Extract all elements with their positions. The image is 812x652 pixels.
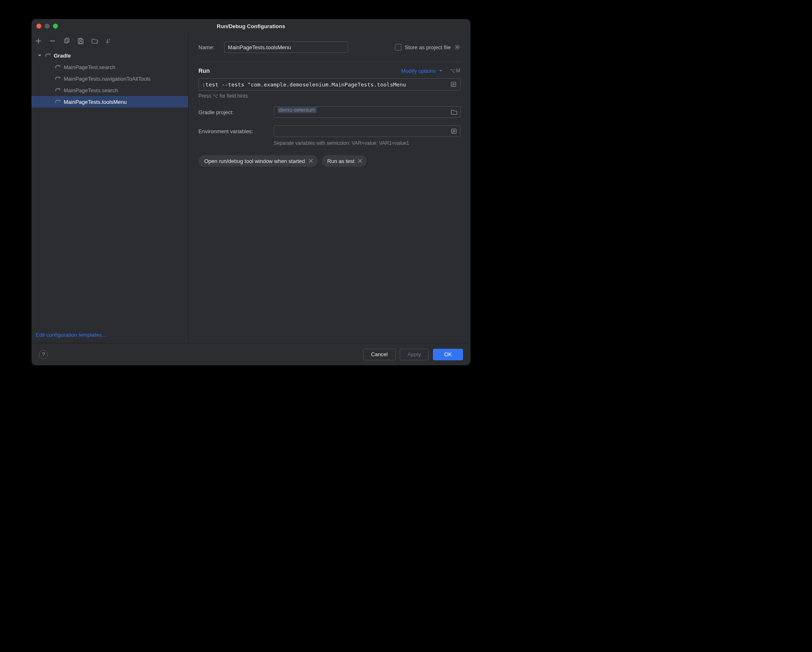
tree-item[interactable]: MainPageTests.navigationToAllTools bbox=[31, 73, 188, 84]
gradle-icon bbox=[55, 64, 61, 70]
window-title: Run/Debug Configurations bbox=[31, 23, 470, 29]
gradle-icon bbox=[55, 75, 61, 82]
option-chips: Open run/debug tool window when started … bbox=[198, 155, 461, 167]
tree-item-label: MainPageTest.search bbox=[64, 64, 115, 70]
name-input[interactable] bbox=[224, 41, 348, 53]
titlebar: Run/Debug Configurations bbox=[31, 19, 470, 33]
gradle-icon bbox=[55, 87, 61, 93]
chip-open-tool-window[interactable]: Open run/debug tool window when started bbox=[198, 155, 318, 167]
ok-button[interactable]: OK bbox=[433, 349, 463, 360]
left-pane: az Gradle MainPageTest.search bbox=[31, 33, 189, 343]
gear-icon[interactable] bbox=[454, 44, 461, 50]
svg-text:z: z bbox=[109, 41, 110, 43]
dialog-footer: ? Cancel Apply OK bbox=[31, 343, 470, 365]
close-window-button[interactable] bbox=[36, 24, 41, 29]
config-toolbar: az bbox=[31, 33, 188, 49]
store-checkbox[interactable] bbox=[395, 44, 401, 50]
env-vars-hint: Separate variables with semicolon: VAR=v… bbox=[274, 140, 461, 146]
config-tree: Gradle MainPageTest.search MainPageTests… bbox=[31, 49, 188, 328]
chip-label: Open run/debug tool window when started bbox=[204, 158, 305, 164]
chip-run-as-test[interactable]: Run as test bbox=[322, 155, 367, 167]
svg-rect-5 bbox=[79, 41, 82, 43]
expand-icon[interactable] bbox=[450, 81, 457, 88]
name-row: Name: Store as project file bbox=[198, 39, 461, 55]
right-pane: Name: Store as project file Run Modify o… bbox=[189, 33, 470, 343]
tree-category-gradle[interactable]: Gradle bbox=[31, 50, 188, 61]
gradle-project-input[interactable]: demo-selenium bbox=[274, 106, 461, 118]
save-config-button[interactable] bbox=[77, 37, 84, 45]
tasks-hint: Press ⌥ for field hints bbox=[198, 93, 461, 99]
tree-category-label: Gradle bbox=[54, 53, 71, 59]
store-as-project-file-wrap: Store as project file bbox=[395, 44, 461, 50]
chevron-down-icon bbox=[37, 53, 42, 58]
apply-button[interactable]: Apply bbox=[400, 349, 429, 360]
name-label: Name: bbox=[198, 44, 214, 50]
env-vars-label: Environment variables: bbox=[198, 128, 270, 134]
divider bbox=[198, 61, 461, 62]
add-config-button[interactable] bbox=[35, 37, 42, 45]
folder-icon[interactable] bbox=[451, 109, 457, 115]
svg-text:a: a bbox=[109, 38, 110, 41]
help-button[interactable]: ? bbox=[39, 350, 48, 359]
gradle-project-value: demo-selenium bbox=[277, 106, 317, 113]
new-folder-button[interactable] bbox=[91, 37, 98, 45]
gradle-project-label: Gradle project: bbox=[198, 109, 270, 115]
zoom-window-button[interactable] bbox=[53, 24, 58, 29]
dialog-body: az Gradle MainPageTest.search bbox=[31, 33, 470, 343]
tree-item[interactable]: MainPageTests.search bbox=[31, 84, 188, 96]
edit-templates-link[interactable]: Edit configuration templates... bbox=[36, 332, 106, 338]
chevron-down-icon bbox=[438, 68, 443, 73]
chip-label: Run as test bbox=[327, 158, 355, 164]
store-label: Store as project file bbox=[405, 44, 451, 50]
modify-options[interactable]: Modify options ⌥M bbox=[401, 68, 461, 74]
minimize-window-button[interactable] bbox=[45, 24, 50, 29]
svg-rect-6 bbox=[79, 38, 81, 40]
close-icon[interactable] bbox=[358, 158, 363, 163]
svg-point-12 bbox=[456, 46, 458, 48]
copy-config-button[interactable] bbox=[63, 37, 70, 45]
env-vars-row: Environment variables: bbox=[198, 125, 461, 137]
tree-item-label: MainPageTests.toolsMenu bbox=[64, 99, 127, 105]
close-icon[interactable] bbox=[308, 158, 313, 163]
tree-item[interactable]: MainPageTest.search bbox=[31, 61, 188, 73]
tree-item[interactable]: MainPageTests.toolsMenu bbox=[31, 96, 188, 108]
run-section-header: Run Modify options ⌥M bbox=[198, 67, 461, 74]
gradle-icon bbox=[55, 98, 61, 105]
env-vars-input[interactable] bbox=[274, 125, 461, 137]
run-debug-config-window: Run/Debug Configurations bbox=[31, 19, 470, 365]
remove-config-button[interactable] bbox=[49, 37, 56, 45]
gradle-icon bbox=[45, 52, 51, 59]
list-icon[interactable] bbox=[451, 128, 457, 134]
gradle-project-row: Gradle project: demo-selenium bbox=[198, 106, 461, 118]
modify-options-label: Modify options bbox=[401, 68, 436, 74]
left-footer: Edit configuration templates... bbox=[31, 328, 188, 343]
traffic-lights bbox=[36, 24, 58, 29]
cancel-button[interactable]: Cancel bbox=[363, 349, 395, 360]
tree-item-label: MainPageTests.search bbox=[64, 87, 118, 93]
run-section-title: Run bbox=[198, 67, 210, 74]
tasks-input-value: :test --tests "com.example.demoselenium.… bbox=[202, 82, 448, 88]
modify-shortcut: ⌥M bbox=[450, 68, 461, 74]
sort-button[interactable]: az bbox=[105, 37, 112, 45]
tasks-input[interactable]: :test --tests "com.example.demoselenium.… bbox=[198, 78, 461, 91]
tree-item-label: MainPageTests.navigationToAllTools bbox=[64, 76, 150, 82]
